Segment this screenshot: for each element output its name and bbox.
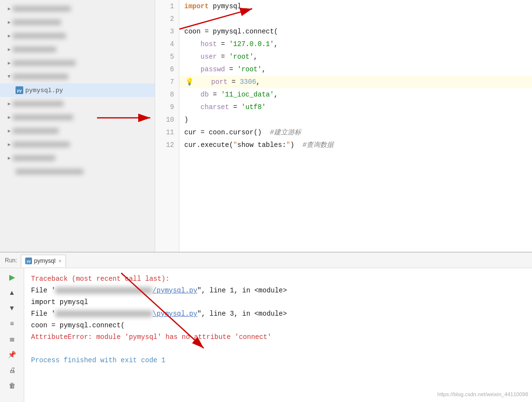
expand-arrow: ▶	[8, 101, 11, 107]
code-line-11: cur = coon.cursor() #建立游标	[179, 126, 532, 139]
sidebar-item-label	[13, 47, 56, 52]
run-label: Run:	[5, 257, 17, 264]
print-button[interactable]: 🖨	[5, 363, 19, 377]
output-line-traceback: Traceback (most recent call last):	[31, 273, 525, 285]
file-link-1[interactable]: /pymysql.py	[152, 287, 197, 294]
coon-line: coon = pymysql.connect(	[31, 322, 125, 329]
keyword-import: import	[184, 0, 209, 13]
code-line-9: charset = 'utf8'	[179, 101, 532, 113]
output-line-file1: File '/pymysql.py", line 1, in <module>	[31, 285, 525, 296]
sidebar-item[interactable]: ▶	[0, 97, 155, 111]
process-finished: Process finished with exit code 1	[31, 356, 165, 364]
code-line-10: )	[179, 113, 532, 126]
sidebar-item[interactable]: ▶	[0, 124, 155, 138]
sidebar-item[interactable]: ▶	[0, 56, 155, 70]
run-output[interactable]: Traceback (most recent call last): File …	[24, 268, 532, 402]
code-lines[interactable]: import pymysql coon = pymysql.connect( h…	[179, 0, 532, 252]
play-button[interactable]: ▶	[5, 270, 19, 284]
string-root1: 'root'	[229, 50, 253, 63]
eq-sign: =	[227, 76, 240, 88]
sidebar-item[interactable]	[0, 165, 155, 178]
expand-arrow: ▶	[8, 47, 11, 52]
run-body: ▶ ▲ ▼ ≡ ≣ 📌 🖨 🗑 Traceback (most recent c…	[0, 268, 532, 402]
sidebar-item[interactable]: ▶	[0, 16, 155, 29]
expand-arrow: ▶	[6, 75, 12, 78]
sidebar-item[interactable]: ▶	[0, 151, 155, 165]
module-pymysql: pymysql	[213, 0, 242, 13]
align-button[interactable]: ≣	[5, 332, 19, 346]
var-coon: coon	[184, 25, 201, 38]
scroll-up-button[interactable]: ▲	[5, 286, 19, 299]
var-coon2: coon	[209, 126, 225, 139]
run-controls: ▶ ▲ ▼ ≡ ≣ 📌 🖨 🗑	[0, 268, 24, 402]
run-tab-label: pymysql	[34, 257, 55, 264]
param-port: port	[195, 76, 227, 88]
parens: ()	[254, 126, 262, 139]
sidebar-item-pymysql[interactable]: py pymysql.py	[0, 83, 155, 97]
comment-execute: #查询数据	[294, 139, 334, 151]
line-num-4: 4	[155, 38, 174, 50]
close-tab-button[interactable]: ×	[58, 258, 61, 264]
param-db: db	[184, 88, 209, 101]
sidebar-item-label	[13, 128, 59, 134]
file-suffix-2: ", line 3, in <module>	[197, 310, 287, 318]
code-line-7: 💡 port = 3306,	[179, 76, 532, 88]
list-button[interactable]: ≡	[5, 317, 19, 330]
file-link-2[interactable]: \pymysql.py	[152, 310, 197, 318]
line-num-11: 11	[155, 126, 174, 139]
sidebar-item[interactable]: ▶	[0, 29, 155, 43]
eq-sign: =	[217, 50, 229, 63]
string-charset: 'utf8'	[242, 101, 266, 113]
sidebar-item-label	[13, 74, 68, 80]
expand-arrow: ▶	[8, 155, 11, 161]
sidebar-item[interactable]: ▶	[0, 70, 155, 83]
line-num-10: 10	[155, 113, 174, 126]
param-passwd: passwd	[184, 63, 225, 76]
expand-arrow: ▶	[8, 60, 11, 66]
line-num-2: 2	[155, 13, 174, 25]
dot3: .	[196, 139, 200, 151]
sidebar-item[interactable]: ▶	[0, 43, 155, 56]
traceback-header: Traceback (most recent call last):	[31, 275, 170, 283]
sidebar-item[interactable]: ▶	[0, 2, 155, 16]
sidebar-item-label	[13, 60, 76, 66]
python-tab-icon: py	[25, 257, 32, 264]
blurred-path-1	[55, 287, 152, 294]
code-line-12: cur.execute("show tables:") #查询数据	[179, 139, 532, 151]
close-paren: )	[184, 113, 188, 126]
sidebar-item-label	[13, 101, 64, 107]
param-charset: charset	[184, 101, 229, 113]
sidebar-item-label	[16, 169, 83, 175]
comma: ,	[256, 76, 260, 88]
open-paren: (	[274, 25, 278, 38]
file-label-1: File '	[31, 287, 55, 294]
param-host: host	[184, 38, 217, 50]
sidebar-item[interactable]: ▶	[0, 138, 155, 151]
line-num-12: 12	[155, 139, 174, 151]
lightbulb-icon: 💡	[184, 76, 194, 88]
string-ip: '127.0.0.1'	[229, 38, 274, 50]
func-cursor: cursor	[229, 126, 253, 139]
python-file-icon: py	[16, 86, 23, 94]
param-user: user	[184, 50, 217, 63]
output-line-coon: coon = pymysql.connect(	[31, 320, 525, 331]
sidebar-item[interactable]: ▶	[0, 111, 155, 124]
run-tab-bar: Run: py pymysql ×	[0, 253, 532, 268]
sidebar[interactable]: ▶ ▶ ▶ ▶ ▶ ▶	[0, 0, 155, 252]
var-cur: cur	[184, 126, 196, 139]
dot: .	[242, 25, 245, 38]
pin-button[interactable]: 📌	[5, 348, 19, 361]
run-panel: Run: py pymysql × ▶ ▲ ▼ ≡ ≣ 📌 🖨 🗑 Traceb…	[0, 252, 532, 402]
sidebar-item-label	[13, 33, 66, 39]
run-tab-pymysql[interactable]: py pymysql ×	[21, 255, 65, 267]
line-numbers: 1 2 3 4 5 6 7 8 9 10 11 12	[155, 0, 179, 252]
code-line-6: passwd = 'root',	[179, 63, 532, 76]
watermark: https://blog.csdn.net/weixin_44110098	[437, 388, 528, 400]
delete-button[interactable]: 🗑	[5, 379, 19, 392]
eq-sign: =	[209, 88, 221, 101]
import-line: import pymysql	[31, 298, 88, 306]
dot2: .	[225, 126, 229, 139]
eq-sign: =	[217, 38, 229, 50]
line-num-9: 9	[155, 101, 174, 113]
scroll-down-button[interactable]: ▼	[5, 301, 19, 315]
